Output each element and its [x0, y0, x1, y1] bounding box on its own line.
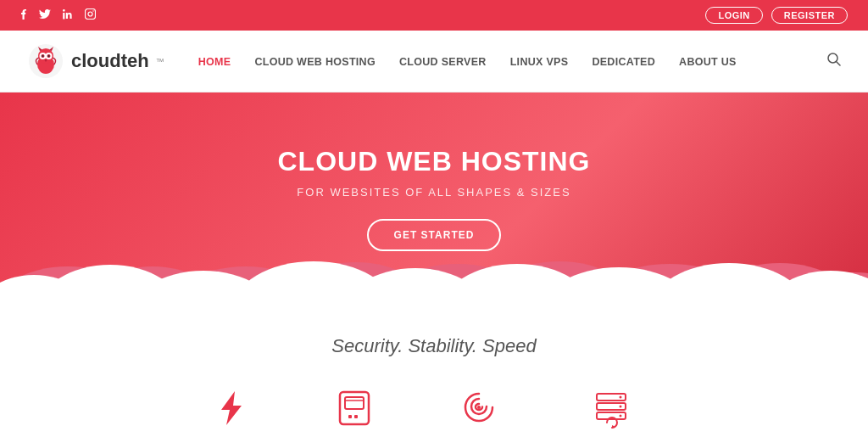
nav-about-us[interactable]: ABOUT US: [679, 56, 737, 68]
nav-cloud-server[interactable]: CLOUD SERVER: [399, 56, 487, 68]
features-grid: LiteSpeed Pure SSD NVMe: [0, 384, 868, 437]
hero-section: CLOUD WEB HOSTING FOR WEBSITES OF ALL SH…: [0, 92, 868, 305]
nav-linux-vps[interactable]: LINUX VPS: [510, 56, 569, 68]
svg-rect-0: [86, 9, 96, 20]
svg-point-41: [620, 396, 622, 399]
hero-title: CLOUD WEB HOSTING: [278, 146, 591, 177]
svg-point-11: [48, 55, 50, 57]
svg-point-10: [42, 55, 44, 57]
instagram-icon[interactable]: [85, 8, 96, 22]
navbar: cloudteh™ HOME CLOUD WEB HOSTING CLOUD S…: [0, 31, 868, 92]
feature-cloudlinux: CloudLinux: [449, 384, 509, 437]
nav-menu: HOME CLOUD WEB HOSTING CLOUD SERVER LINU…: [198, 53, 827, 69]
features-tagline: Security. Stability. Speed: [331, 335, 536, 357]
litespeed-icon: [209, 384, 256, 432]
linkedin-icon[interactable]: [63, 9, 73, 22]
feature-litespeed: LiteSpeed: [205, 384, 259, 437]
cloudlinux-icon: [455, 384, 503, 432]
hero-subtitle: FOR WEBSITES OF ALL SHAPES & SIZES: [297, 186, 570, 199]
backups-icon: [587, 384, 635, 432]
logo[interactable]: cloudteh™: [27, 42, 164, 80]
svg-line-13: [837, 62, 841, 66]
svg-point-37: [477, 406, 481, 409]
svg-rect-35: [354, 415, 358, 418]
svg-point-2: [92, 10, 93, 11]
social-links: [20, 8, 96, 23]
feature-backups: Free Daily Backups: [559, 384, 662, 437]
nav-home[interactable]: HOME: [198, 56, 231, 68]
get-started-button[interactable]: GET STARTED: [367, 219, 502, 251]
feature-ssd: Pure SSD NVMe: [309, 384, 398, 437]
logo-tm: ™: [156, 57, 164, 66]
svg-point-1: [88, 12, 92, 16]
svg-rect-33: [345, 397, 364, 409]
svg-point-43: [620, 415, 622, 417]
search-icon[interactable]: [827, 53, 841, 70]
top-bar: LOGIN REGISTER: [0, 0, 868, 31]
auth-buttons: LOGIN REGISTER: [705, 7, 848, 24]
svg-rect-34: [348, 415, 352, 418]
twitter-icon[interactable]: [39, 9, 51, 22]
ssd-icon: [331, 384, 378, 432]
facebook-icon[interactable]: [20, 8, 27, 23]
nav-dedicated[interactable]: DEDICATED: [592, 56, 655, 68]
login-button[interactable]: LOGIN: [705, 7, 762, 24]
nav-cloud-web-hosting[interactable]: CLOUD WEB HOSTING: [254, 56, 376, 68]
register-button[interactable]: REGISTER: [771, 7, 848, 24]
svg-point-42: [620, 406, 622, 408]
logo-text: cloudteh: [71, 50, 149, 72]
features-section: Security. Stability. Speed LiteSpeed P: [0, 305, 868, 437]
